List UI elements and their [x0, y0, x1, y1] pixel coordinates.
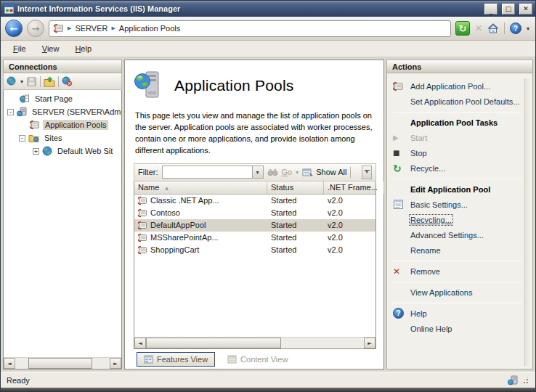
scroll-right-arrow[interactable]: ► [110, 358, 121, 369]
tree-item-sites[interactable]: - Sites [4, 131, 121, 144]
connections-horizontal-scrollbar[interactable]: ◄ ► [4, 357, 121, 369]
actions-panel: Actions Add Application Pool... Set Appl… [386, 60, 533, 369]
scroll-right-arrow[interactable]: ► [364, 338, 375, 348]
maximize-button[interactable]: □ [502, 4, 515, 15]
main-area: Connections ▾ [1, 57, 535, 372]
up-level-button[interactable] [44, 76, 55, 87]
start-link[interactable]: Start [410, 134, 427, 142]
scroll-left-arrow[interactable]: ◄ [134, 338, 146, 348]
advanced-settings-link[interactable]: Advanced Settings... [410, 231, 484, 240]
separator [393, 282, 521, 282]
forward-button[interactable]: → [27, 20, 44, 37]
tab-content-view[interactable]: Content View [221, 353, 294, 366]
back-button[interactable]: ← [5, 20, 23, 37]
table-row[interactable]: Classic .NET App... Started v2.0 Classic [134, 195, 375, 207]
add-application-pool-link[interactable]: Add Application Pool... [410, 82, 490, 91]
show-all-icon [302, 168, 313, 177]
table-row[interactable]: MSSharePointAp... Started v2.0 Classic [134, 232, 375, 244]
stop-icon: ■ [393, 149, 410, 157]
breadcrumb-arrow-icon: ▶ [111, 25, 115, 31]
recycle-link[interactable]: Recycle... [410, 164, 445, 173]
window-bottom-edge [1, 388, 535, 391]
filter-dropdown-caret-icon[interactable]: ▾ [252, 166, 263, 178]
content-view-icon [227, 355, 237, 364]
help-icon: ? [513, 25, 518, 33]
breadcrumb-item-server[interactable]: SERVER [75, 24, 107, 33]
scrollbar-track[interactable] [15, 358, 110, 369]
connections-header: Connections [3, 60, 122, 73]
show-all-button[interactable]: Show All [302, 168, 346, 177]
refresh-button[interactable]: ↻ [455, 21, 470, 36]
stop-button[interactable]: ✕ [475, 23, 482, 33]
tree-item-start-page[interactable]: Start Page [4, 92, 121, 105]
website-globe-icon [42, 146, 52, 156]
filter-input[interactable] [163, 166, 252, 178]
scrollbar-thumb[interactable] [146, 338, 281, 348]
column-header-status[interactable]: Status [267, 181, 324, 194]
set-application-pool-defaults-link[interactable]: Set Application Pool Defaults... [410, 97, 519, 106]
column-header-name[interactable]: Name ▲ [134, 181, 267, 194]
app-pool-icon [138, 196, 147, 205]
separator [393, 303, 521, 303]
app-pool-icon [138, 221, 147, 230]
help-link[interactable]: Help [410, 309, 427, 318]
expand-expander[interactable]: + [33, 148, 39, 155]
start-icon: ▶ [393, 134, 410, 142]
minimize-button[interactable]: _ [484, 4, 498, 15]
address-bar: ← → ▶ SERVER ▶ Application Pools ↻ ✕ [1, 17, 535, 41]
app-pool-icon [138, 208, 147, 218]
server-node-icon [54, 23, 64, 33]
remove-icon: ✕ [393, 266, 410, 277]
separator [350, 167, 351, 178]
rename-link[interactable]: Rename [410, 246, 441, 255]
collapse-expander[interactable]: - [19, 135, 25, 142]
remove-link[interactable]: Remove [410, 267, 440, 276]
binoculars-icon [267, 168, 278, 177]
tab-features-view[interactable]: Features View [137, 352, 215, 367]
scroll-left-arrow[interactable]: ◄ [4, 358, 15, 369]
collapse-expander[interactable]: - [7, 109, 14, 115]
application-pool-tasks-header: Application Pool Tasks [390, 115, 524, 130]
server-icon [17, 107, 27, 117]
go-button[interactable]: Go [282, 168, 293, 176]
stop-link[interactable]: Stop [410, 149, 427, 158]
save-connections-button[interactable] [26, 76, 37, 87]
breadcrumb-item-application-pools[interactable]: Application Pools [119, 24, 180, 33]
toolbar-overflow-button[interactable]: ▾ [362, 166, 372, 179]
resize-grip[interactable] [520, 375, 529, 385]
go-dropdown-caret-icon[interactable]: ▾ [296, 169, 299, 176]
help-button[interactable]: ? [510, 23, 521, 34]
application-pools-large-icon [134, 70, 163, 101]
table-row[interactable]: Contoso Started v2.0 Integrated [134, 207, 375, 219]
disconnect-button[interactable] [62, 76, 73, 86]
page-title: Application Pools [174, 77, 294, 94]
back-arrow-icon: ← [10, 23, 18, 34]
online-help-link[interactable]: Online Help [410, 324, 452, 333]
table-row[interactable]: ShoppingCart Started v2.0 Integrated [134, 244, 375, 256]
menu-view[interactable]: View [36, 42, 66, 55]
home-button[interactable] [487, 23, 499, 34]
actions-list: Add Application Pool... Set Application … [390, 78, 524, 366]
list-horizontal-scrollbar[interactable]: ◄ ► [134, 337, 375, 348]
recycling-link[interactable]: Recycling... [410, 216, 452, 224]
tree-item-default-web-site[interactable]: + Default Web Sit [4, 144, 121, 158]
scrollbar-thumb[interactable] [28, 358, 92, 369]
page-description: This page lets you view and manage the l… [135, 110, 375, 157]
help-dropdown-caret-icon[interactable]: ▾ [527, 25, 529, 32]
close-button[interactable]: ✕ [519, 4, 532, 15]
features-view-icon [144, 355, 153, 364]
column-header-net-framework[interactable]: .NET Frame... [324, 181, 384, 194]
tree-item-application-pools[interactable]: Application Pools [4, 118, 121, 131]
menu-help[interactable]: Help [68, 42, 98, 55]
feature-panel: Application Pools This page lets you vie… [124, 60, 384, 369]
table-row-selected[interactable]: DefaultAppPool Started v2.0 Integrated [134, 219, 375, 232]
scrollbar-track[interactable] [146, 338, 364, 348]
tree-item-server[interactable]: - SERVER (SERVER\Admin [4, 105, 121, 118]
create-connection-button[interactable] [7, 76, 17, 86]
iis-manager-window: Internet Information Services (IIS) Mana… [0, 0, 536, 392]
connection-dropdown-caret-icon[interactable]: ▾ [20, 78, 23, 85]
basic-settings-link[interactable]: Basic Settings... [410, 200, 468, 209]
actions-scrollbar-track[interactable] [524, 78, 531, 366]
menu-file[interactable]: File [7, 42, 33, 55]
view-applications-link[interactable]: View Applications [410, 288, 472, 297]
